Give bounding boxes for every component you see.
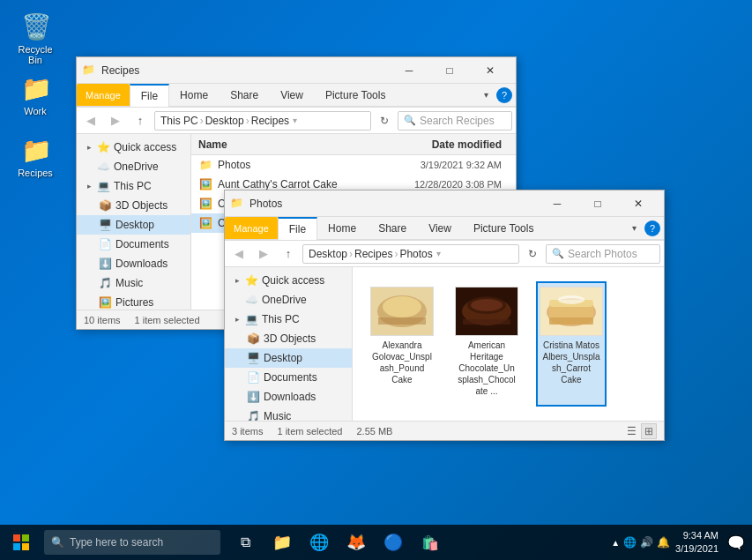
home-tab-2[interactable]: Home	[317, 217, 368, 239]
separator3: ›	[349, 248, 353, 260]
address-path-2[interactable]: Desktop › Recipes › Photos ▾	[302, 244, 519, 264]
notification-icon[interactable]: 🔔	[657, 536, 670, 549]
file-tab-1[interactable]: File	[130, 84, 169, 107]
sidebar-pictures-1[interactable]: 🖼️ Pictures	[77, 293, 190, 310]
search-box-1[interactable]: 🔍 Search Recipes	[398, 111, 512, 131]
view-tab-2[interactable]: View	[418, 217, 463, 239]
picture-tools-tab-2[interactable]: Picture Tools	[463, 217, 545, 239]
photo-thumb-1[interactable]: Alexandra Golovac_Unsplash_Pound Cake	[367, 281, 437, 407]
up-btn-1[interactable]: ↑	[130, 110, 151, 131]
status-size-2: 2.55 MB	[356, 426, 392, 437]
back-btn-2[interactable]: ◀	[228, 243, 249, 265]
network-icon[interactable]: 🌐	[623, 536, 637, 549]
desktop-icon-recipes[interactable]: 📁 Recipes	[9, 132, 62, 182]
path-part-photos-2[interactable]: Photos	[399, 248, 432, 260]
minimize-button-2[interactable]: ─	[537, 190, 577, 217]
photo-thumb-3[interactable]: Cristina Matos Albers_Unsplash_Carrot Ca…	[536, 281, 607, 407]
sidebar-documents-2[interactable]: 📄 Documents	[225, 368, 352, 387]
search-icon-1: 🔍	[404, 115, 416, 126]
file-tab-2[interactable]: File	[278, 217, 317, 240]
taskbar-search[interactable]: 🔍	[44, 530, 220, 555]
chrome-btn[interactable]: 🔵	[376, 525, 411, 560]
refresh-btn-2[interactable]: ↻	[523, 244, 542, 264]
sidebar-desktop-1[interactable]: 🖥️ Desktop	[77, 215, 190, 235]
sidebar-thispc-1[interactable]: ▸ 💻 This PC	[77, 176, 190, 196]
onedrive-label-2: OneDrive	[262, 294, 307, 306]
ribbon-collapse-btn-2[interactable]: ▾	[623, 218, 644, 239]
desktop-icon-work[interactable]: 📁 Work	[9, 71, 62, 120]
sidebar-documents-1[interactable]: 📄 Documents	[77, 235, 190, 254]
file-name-photos: Photos	[218, 159, 368, 171]
edge-browser-btn[interactable]: 🌐	[302, 525, 337, 560]
up-btn-2[interactable]: ↑	[278, 243, 299, 265]
start-button[interactable]	[0, 525, 42, 560]
path-dropdown-2[interactable]: ▾	[436, 249, 441, 258]
file-item-photos[interactable]: 📁 Photos 3/19/2021 9:32 AM	[191, 155, 516, 175]
refresh-btn-1[interactable]: ↻	[375, 111, 394, 131]
manage-tab-2[interactable]: Manage	[225, 217, 278, 239]
path-part-thispc-1[interactable]: This PC	[160, 115, 198, 127]
address-path-1[interactable]: This PC › Desktop › Recipes ▾	[154, 111, 371, 131]
home-tab-1[interactable]: Home	[169, 84, 220, 106]
sidebar-quickaccess-2[interactable]: ▸ ⭐ Quick access	[225, 271, 352, 290]
sidebar-onedrive-1[interactable]: ☁️ OneDrive	[77, 157, 190, 176]
desktop-icon-recyclebin[interactable]: 🗑️ Recycle Bin	[9, 9, 62, 69]
share-tab-1[interactable]: Share	[220, 84, 270, 106]
path-part-desktop-2[interactable]: Desktop	[309, 248, 347, 260]
forward-btn-2[interactable]: ▶	[253, 243, 274, 265]
svg-rect-8	[463, 319, 510, 325]
photo-thumb-2[interactable]: American Heritage Chocolate_Unsplash_Cho…	[451, 281, 522, 407]
search-box-2[interactable]: 🔍 Search Photos	[546, 244, 660, 264]
downloads-label-2: Downloads	[264, 391, 316, 403]
path-part-recipes-1[interactable]: Recipes	[251, 115, 289, 127]
store-btn[interactable]: 🛍️	[413, 525, 448, 560]
minimize-button-1[interactable]: ─	[389, 57, 429, 84]
sidebar-thispc-2[interactable]: ▸ 💻 This PC	[225, 310, 352, 329]
picture-tools-tab-1[interactable]: Picture Tools	[315, 84, 397, 106]
photos-status-bar: 3 items 1 item selected 2.55 MB ☰ ⊞	[225, 421, 664, 440]
sidebar-music-1[interactable]: 🎵 Music	[77, 273, 190, 293]
sidebar-3dobjects-2[interactable]: 📦 3D Objects	[225, 329, 352, 348]
sidebar-quickaccess-1[interactable]: ▸ ⭐ Quick access	[77, 138, 190, 157]
manage-tab-1[interactable]: Manage	[77, 84, 130, 106]
sidebar-onedrive-2[interactable]: ☁️ OneDrive	[225, 290, 352, 310]
back-btn-1[interactable]: ◀	[80, 110, 101, 131]
maximize-button-2[interactable]: □	[577, 190, 618, 217]
maximize-button-1[interactable]: □	[429, 57, 470, 84]
photos-sidebar: ▸ ⭐ Quick access ☁️ OneDrive ▸ 💻 This PC…	[225, 267, 353, 421]
notifications-btn[interactable]: 🗨️	[727, 534, 745, 551]
taskbar-search-input[interactable]	[70, 536, 202, 549]
list-view-btn[interactable]: ☰	[623, 423, 639, 439]
recipes-folder-icon: 📁	[21, 136, 49, 164]
path-part-desktop-1[interactable]: Desktop	[205, 115, 244, 127]
help-btn-1[interactable]: ?	[496, 87, 512, 103]
sidebar-downloads-1[interactable]: ⬇️ Downloads	[77, 254, 190, 273]
close-button-2[interactable]: ✕	[618, 190, 659, 217]
sidebar-downloads-2[interactable]: ⬇️ Downloads	[225, 387, 352, 407]
view-tab-1[interactable]: View	[270, 84, 315, 106]
volume-icon[interactable]: 🔊	[640, 536, 653, 549]
sidebar-music-2[interactable]: 🎵 Music	[225, 407, 352, 421]
share-tab-2[interactable]: Share	[368, 217, 418, 239]
thispc-icon: 💻	[96, 179, 110, 193]
sidebar-desktop-2[interactable]: 🖥️ Desktop	[225, 348, 352, 368]
firefox-btn[interactable]: 🦊	[339, 525, 374, 560]
col-name-header[interactable]: Name	[198, 138, 368, 151]
onedrive-expand-2	[232, 295, 242, 305]
task-view-btn[interactable]: ⧉	[227, 525, 263, 560]
desktop-icon-side-2: 🖥️	[246, 351, 260, 365]
path-part-recipes-2[interactable]: Recipes	[354, 248, 392, 260]
documents-label-2: Documents	[264, 371, 317, 384]
path-dropdown-1[interactable]: ▾	[293, 116, 297, 125]
forward-btn-1[interactable]: ▶	[105, 110, 126, 131]
file-explorer-taskbar[interactable]: 📁	[264, 525, 300, 560]
help-btn-2[interactable]: ?	[644, 220, 660, 236]
grid-view-btn[interactable]: ⊞	[641, 423, 657, 439]
col-date-header[interactable]: Date modified	[368, 138, 509, 151]
ribbon-collapse-btn-1[interactable]: ▾	[475, 85, 496, 106]
sidebar-3dobjects-1[interactable]: 📦 3D Objects	[77, 196, 190, 215]
tray-chevron[interactable]: ▲	[611, 538, 620, 548]
quickaccess-label: Quick access	[114, 141, 176, 153]
close-button-1[interactable]: ✕	[470, 57, 510, 84]
taskbar-clock[interactable]: 9:34 AM 3/19/2021	[675, 529, 718, 556]
